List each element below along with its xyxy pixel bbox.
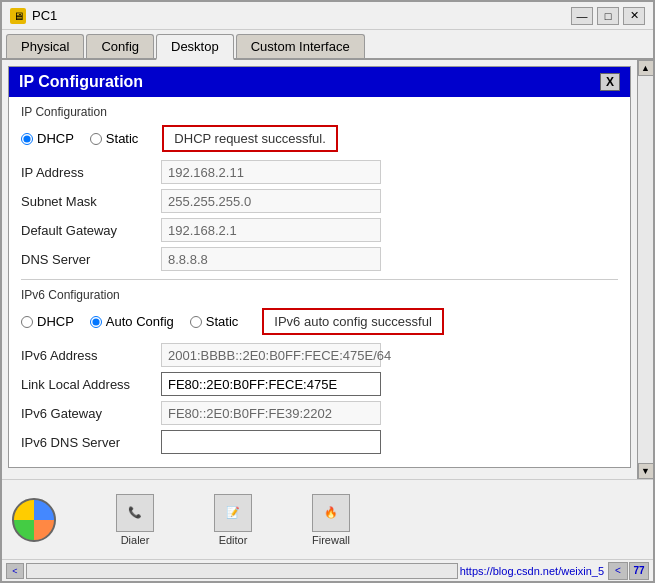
field-row-ip-address: IP Address 192.168.2.11	[21, 160, 618, 184]
ipv6-radio-row: DHCP Auto Config Static IPv6	[21, 308, 618, 335]
vertical-scrollbar[interactable]: ▲ ▼	[637, 60, 653, 479]
static-label: Static	[106, 131, 139, 146]
firewall-label: Firewall	[312, 534, 350, 546]
dhcp-label: DHCP	[37, 131, 74, 146]
ipv6-section-label: IPv6 Configuration	[21, 288, 618, 302]
ipv6-status-text: IPv6 auto config successful	[274, 314, 432, 329]
window-icon: 🖥	[10, 8, 26, 24]
firewall-icon-group[interactable]: 🔥 Firewall	[312, 494, 350, 546]
title-bar: 🖥 PC1 — □ ✕	[2, 2, 653, 30]
nav-num-button[interactable]: 77	[629, 562, 649, 580]
panel-body: IP Configuration DHCP Static DHCP reques	[9, 97, 630, 467]
tab-config[interactable]: Config	[86, 34, 154, 58]
dhcp-status-box: DHCP request successful.	[162, 125, 338, 152]
field-row-ipv6-gateway: IPv6 Gateway FE80::2E0:B0FF:FE39:2202	[21, 401, 618, 425]
field-row-ipv6-dns: IPv6 DNS Server	[21, 430, 618, 454]
horizontal-scrollbar[interactable]	[26, 563, 458, 579]
dialer-label: Dialer	[121, 534, 150, 546]
link-local-label: Link Local Address	[21, 377, 161, 392]
ipv6-static-label: Static	[206, 314, 239, 329]
ipv6-auto-radio[interactable]	[90, 316, 102, 328]
ipv6-dhcp-group: DHCP	[21, 314, 74, 329]
tab-desktop[interactable]: Desktop	[156, 34, 234, 60]
link-local-value[interactable]: FE80::2E0:B0FF:FECE:475E	[161, 372, 381, 396]
content-area: IP Configuration X IP Configuration DHCP	[2, 60, 653, 479]
ipv6-auto-label: Auto Config	[106, 314, 174, 329]
scroll-track	[638, 76, 653, 463]
ipv6-dns-label: IPv6 DNS Server	[21, 435, 161, 450]
pc-icon	[12, 498, 56, 542]
ipv6-gateway-label: IPv6 Gateway	[21, 406, 161, 421]
default-gateway-value: 192.168.2.1	[161, 218, 381, 242]
ipv6-static-group: Static	[190, 314, 239, 329]
main-window: 🖥 PC1 — □ ✕ Physical Config Desktop Cust…	[0, 0, 655, 583]
dialer-icon: 📞	[116, 494, 154, 532]
panel-close-button[interactable]: X	[600, 73, 620, 91]
editor-label: Editor	[219, 534, 248, 546]
ipv6-address-label: IPv6 Address	[21, 348, 161, 363]
dhcp-radio-group: DHCP	[21, 131, 74, 146]
ipv6-gateway-value: FE80::2E0:B0FF:FE39:2202	[161, 401, 381, 425]
editor-icon-group[interactable]: 📝 Editor	[214, 494, 252, 546]
scroll-down-button[interactable]: ▼	[638, 463, 654, 479]
bottom-bar: 📞 Dialer 📝 Editor 🔥 Firewall	[2, 479, 653, 559]
ipv6-address-value: 2001:BBBB::2E0:B0FF:FECE:475E /64	[161, 343, 381, 367]
section-divider	[21, 279, 618, 280]
ip-address-label: IP Address	[21, 165, 161, 180]
main-panel: IP Configuration X IP Configuration DHCP	[2, 60, 637, 479]
field-row-default-gateway: Default Gateway 192.168.2.1	[21, 218, 618, 242]
close-button[interactable]: ✕	[623, 7, 645, 25]
ipv4-fields: IP Address 192.168.2.11 Subnet Mask 255.…	[21, 160, 618, 271]
ipv6-prefix: /64	[373, 348, 391, 363]
static-radio-group: Static	[90, 131, 139, 146]
dhcp-radio[interactable]	[21, 133, 33, 145]
ipv6-auto-group: Auto Config	[90, 314, 174, 329]
field-row-dns-server: DNS Server 8.8.8.8	[21, 247, 618, 271]
tab-custom-interface[interactable]: Custom Interface	[236, 34, 365, 58]
tab-bar: Physical Config Desktop Custom Interface	[2, 30, 653, 60]
ipv6-section: IPv6 Configuration DHCP Auto Config	[21, 288, 618, 454]
ip-panel-title: IP Configuration	[19, 73, 143, 91]
dialer-icon-group[interactable]: 📞 Dialer	[116, 494, 154, 546]
nav-prev-button[interactable]: <	[608, 562, 628, 580]
ipv6-dns-value[interactable]	[161, 430, 381, 454]
ipv6-dhcp-radio[interactable]	[21, 316, 33, 328]
field-row-subnet-mask: Subnet Mask 255.255.255.0	[21, 189, 618, 213]
field-row-link-local: Link Local Address FE80::2E0:B0FF:FECE:4…	[21, 372, 618, 396]
maximize-button[interactable]: □	[597, 7, 619, 25]
ipv6-dhcp-label: DHCP	[37, 314, 74, 329]
prev-button[interactable]: <	[6, 563, 24, 579]
ipv6-status-box: IPv6 auto config successful	[262, 308, 444, 335]
tab-physical[interactable]: Physical	[6, 34, 84, 58]
status-bar: < https://blog.csdn.net/weixin_5 < 77	[2, 559, 653, 581]
ipv6-static-radio[interactable]	[190, 316, 202, 328]
dns-server-label: DNS Server	[21, 252, 161, 267]
ipv4-radio-row: DHCP Static DHCP request successful.	[21, 125, 618, 152]
status-url: https://blog.csdn.net/weixin_5	[460, 565, 604, 577]
subnet-mask-value: 255.255.255.0	[161, 189, 381, 213]
dhcp-status-text: DHCP request successful.	[174, 131, 326, 146]
minimize-button[interactable]: —	[571, 7, 593, 25]
window-title: PC1	[32, 8, 571, 23]
ip-config-panel: IP Configuration X IP Configuration DHCP	[8, 66, 631, 468]
ip-panel-header: IP Configuration X	[9, 67, 630, 97]
default-gateway-label: Default Gateway	[21, 223, 161, 238]
field-row-ipv6-address: IPv6 Address 2001:BBBB::2E0:B0FF:FECE:47…	[21, 343, 618, 367]
editor-icon: 📝	[214, 494, 252, 532]
static-radio[interactable]	[90, 133, 102, 145]
firewall-icon: 🔥	[312, 494, 350, 532]
window-controls: — □ ✕	[571, 7, 645, 25]
ipv4-section-label: IP Configuration	[21, 105, 618, 119]
dns-server-value: 8.8.8.8	[161, 247, 381, 271]
subnet-mask-label: Subnet Mask	[21, 194, 161, 209]
ip-address-value: 192.168.2.11	[161, 160, 381, 184]
scroll-up-button[interactable]: ▲	[638, 60, 654, 76]
